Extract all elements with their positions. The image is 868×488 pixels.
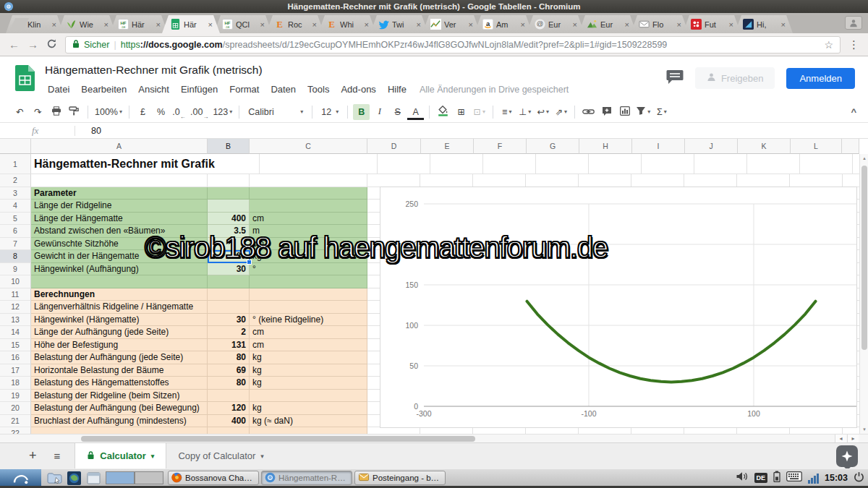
tab-close-icon[interactable]: × xyxy=(729,20,733,29)
workspace-switcher[interactable] xyxy=(106,471,163,484)
toolbar-more-formats[interactable]: 123▾ xyxy=(211,104,234,120)
column-header-C[interactable]: C xyxy=(250,139,367,154)
cell-B1[interactable] xyxy=(218,154,260,174)
cell-B22[interactable] xyxy=(208,427,250,434)
tab-close-icon[interactable]: × xyxy=(573,20,577,29)
toolbar-font-size[interactable]: 12▾ xyxy=(318,104,342,120)
column-header-A[interactable]: A xyxy=(31,139,208,154)
cell-C16[interactable]: kg xyxy=(250,351,367,364)
cell-C4[interactable] xyxy=(250,200,367,213)
toolbar-vertical-align[interactable]: ⊥▾ xyxy=(516,104,533,120)
sheet-tab-copy-of-calculator[interactable]: Copy of Calculator▾ xyxy=(166,443,275,468)
row-header-13[interactable]: 13 xyxy=(0,314,31,327)
cell-A14[interactable]: Länge der Aufhängung (jede Seite) xyxy=(31,326,208,339)
battery-icon[interactable] xyxy=(773,471,780,485)
toolbar-strikethrough[interactable]: S xyxy=(389,104,406,120)
collapse-toolbar-button[interactable]: ^ xyxy=(851,106,856,117)
add-sheet-button[interactable]: + xyxy=(29,448,37,463)
cell-B15[interactable]: 131 xyxy=(208,339,250,352)
column-header-D[interactable]: D xyxy=(367,139,421,154)
sheet-tab-calculator[interactable]: Calculator▾ xyxy=(75,443,166,468)
power-icon[interactable] xyxy=(854,471,864,485)
cell-C13[interactable]: ° (keine Ridgeline) xyxy=(250,314,367,327)
network-signal-icon[interactable] xyxy=(808,473,819,484)
cell-B16[interactable]: 80 xyxy=(208,351,250,364)
cell-B4[interactable] xyxy=(208,200,250,213)
row-header-11[interactable]: 11 xyxy=(0,288,31,301)
cell-A20[interactable]: Belastung der Aufhängung (bei Bewegung) xyxy=(31,402,208,415)
scroll-left-icon[interactable]: ◂ xyxy=(835,435,846,442)
browser-tab[interactable]: Wie× xyxy=(58,15,116,33)
launcher-button[interactable] xyxy=(0,469,41,487)
workspace-2[interactable] xyxy=(135,471,163,484)
clock[interactable]: 15:03 xyxy=(825,473,848,483)
cells-D-to-L-22[interactable] xyxy=(367,427,859,434)
row-header-20[interactable]: 20 xyxy=(0,402,31,415)
row-header-8[interactable]: 8 xyxy=(0,250,31,263)
row-header-12[interactable]: 12 xyxy=(0,301,31,314)
browser-tab[interactable]: Ver× xyxy=(422,15,480,33)
row-header-5[interactable]: 5 xyxy=(0,213,31,226)
browser-tab[interactable]: Hi,× xyxy=(735,15,793,33)
browser-tab[interactable]: Fut× xyxy=(683,15,741,33)
toolbar-italic[interactable]: I xyxy=(371,104,388,120)
column-header-L[interactable]: L xyxy=(791,139,842,154)
cell-A11[interactable]: Berechnungen xyxy=(31,288,208,301)
row-header-7[interactable]: 7 xyxy=(0,238,31,251)
address-bar[interactable]: Sicher | https://docs.google.com/spreads… xyxy=(65,36,841,53)
row-header-1[interactable]: 1 xyxy=(0,154,31,174)
row-header-19[interactable]: 19 xyxy=(0,390,31,403)
cell-B3[interactable] xyxy=(208,187,250,200)
toolbar-bold[interactable]: B xyxy=(353,104,370,120)
cell-A4[interactable]: Länge der Ridgeline xyxy=(31,200,208,213)
cell-C2[interactable] xyxy=(250,174,367,187)
horizontal-scrollbar[interactable]: ◂ ▸ xyxy=(0,434,868,442)
menu-bearbeiten[interactable]: Bearbeiten xyxy=(75,82,132,96)
file-manager-icon[interactable] xyxy=(46,471,63,485)
menu-format[interactable]: Format xyxy=(224,82,265,96)
browser-tab[interactable]: Eur× xyxy=(579,15,637,33)
cell-B19[interactable] xyxy=(208,390,250,403)
menu-einfügen[interactable]: Einfügen xyxy=(175,82,224,96)
browser-tab[interactable]: EWhi× xyxy=(318,15,376,33)
browser-menu-icon[interactable]: ⋮ xyxy=(848,38,859,51)
sheets-logo-icon[interactable] xyxy=(15,65,35,94)
bookmark-star-icon[interactable]: ☆ xyxy=(824,39,833,51)
formula-value[interactable]: 80 xyxy=(91,126,101,136)
toolbar-text-wrap[interactable]: ↩▾ xyxy=(535,104,551,120)
share-button[interactable]: Freigeben xyxy=(695,67,775,89)
browser-tab[interactable]: Här× xyxy=(162,15,220,33)
volume-icon[interactable] xyxy=(736,471,749,484)
cell-A13[interactable]: Hängewinkel (Hängematte) xyxy=(31,314,208,327)
row-header-4[interactable]: 4 xyxy=(0,200,31,213)
cell-B18[interactable]: 80 xyxy=(208,377,250,390)
vertical-scroll-thumb[interactable] xyxy=(861,166,867,350)
all-sheets-button[interactable]: ≡ xyxy=(54,450,61,462)
task-button-firefox[interactable]: Bossanova Cham... xyxy=(168,471,259,485)
keyboard-icon[interactable] xyxy=(786,471,802,484)
tab-close-icon[interactable]: × xyxy=(469,20,473,29)
document-title[interactable]: Hängematten-Rechner mit Grafik (metrisch… xyxy=(45,64,263,77)
menu-ansicht[interactable]: Ansicht xyxy=(132,82,175,96)
toolbar-horizontal-align[interactable]: ≡▾ xyxy=(498,104,515,120)
menu-hilfe[interactable]: Hilfe xyxy=(382,82,412,96)
cell-A19[interactable]: Belastung der Ridgeline (beim Sitzen) xyxy=(31,390,208,403)
row-header-14[interactable]: 14 xyxy=(0,326,31,339)
row-header-22[interactable]: 22 xyxy=(0,427,31,434)
profile-button[interactable] xyxy=(845,16,862,30)
cell-C9[interactable]: ° xyxy=(250,263,367,276)
toolbar-increase-decimals[interactable]: .00→ xyxy=(189,104,210,120)
row-header-21[interactable]: 21 xyxy=(0,415,31,428)
row-header-15[interactable]: 15 xyxy=(0,339,31,352)
toolbar-insert-comment[interactable] xyxy=(598,104,615,120)
cell-A2[interactable] xyxy=(31,174,208,187)
row-header-18[interactable]: 18 xyxy=(0,377,31,390)
cell-C3[interactable] xyxy=(250,187,367,200)
tab-close-icon[interactable]: × xyxy=(52,20,56,29)
tab-close-icon[interactable]: × xyxy=(260,20,265,29)
cell-B11[interactable] xyxy=(208,288,250,301)
cell-C15[interactable]: cm xyxy=(250,339,367,352)
row-header-17[interactable]: 17 xyxy=(0,364,31,377)
cell-A16[interactable]: Belastung der Aufhängung (jede Seite) xyxy=(31,351,208,364)
column-header-H[interactable]: H xyxy=(579,139,632,154)
